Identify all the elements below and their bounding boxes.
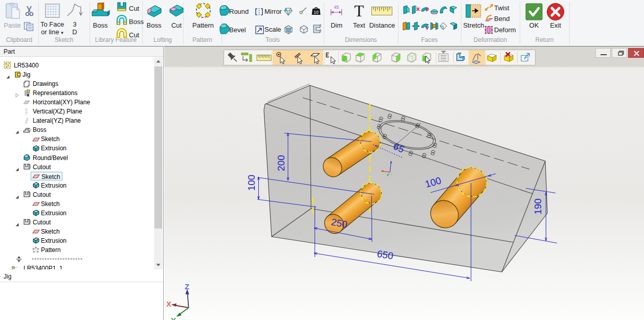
svg-text:Y: Y bbox=[171, 316, 176, 320]
svg-text:45: 45 bbox=[334, 5, 339, 10]
svg-text:190: 190 bbox=[532, 198, 543, 215]
svg-text:10: 10 bbox=[314, 10, 319, 15]
svg-text:650: 650 bbox=[376, 248, 394, 262]
svg-text:X: X bbox=[166, 300, 171, 308]
svg-text:200: 200 bbox=[276, 155, 286, 171]
svg-text:100: 100 bbox=[246, 175, 257, 191]
svg-text:Z: Z bbox=[185, 282, 189, 291]
